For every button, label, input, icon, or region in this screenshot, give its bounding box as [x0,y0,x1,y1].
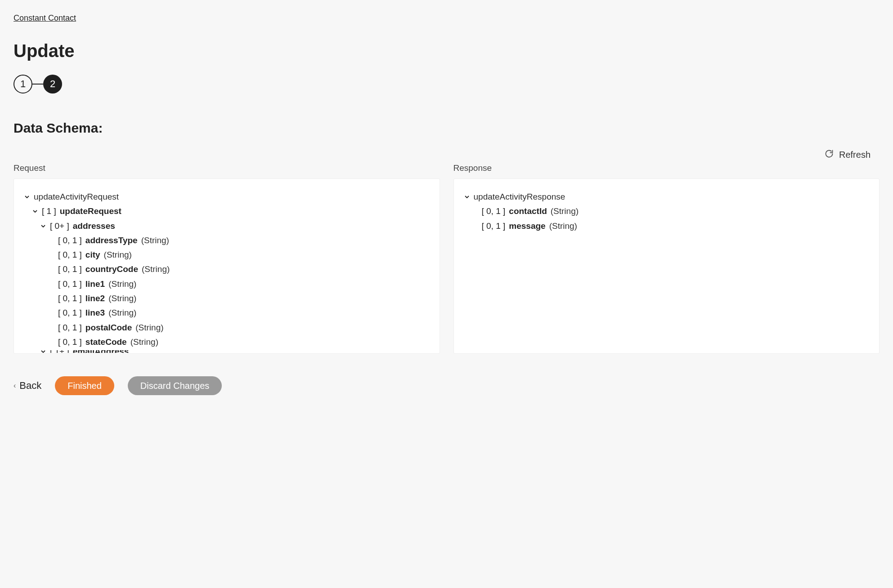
node-type: (String) [135,321,163,335]
node-cardinality: [ 0, 1 ] [482,204,506,218]
chevron-down-icon [40,350,46,353]
step-2[interactable]: 2 [43,75,62,94]
node-name: line2 [85,291,105,306]
node-cardinality: [ 1+ ] [50,350,69,353]
chevron-down-icon [32,209,38,214]
response-column: Response updateActivityResponse [ 0, 1 ]… [453,163,880,354]
chevron-left-icon: ‹ [13,382,16,390]
refresh-label: Refresh [839,150,871,160]
section-title: Data Schema: [13,120,880,136]
node-name: addressType [85,233,138,248]
discard-button[interactable]: Discard Changes [128,376,222,395]
tree-leaf[interactable]: [ 0, 1 ] stateCode (String) [24,335,430,349]
node-cardinality: [ 0, 1 ] [482,219,506,233]
tree-leaf[interactable]: [ 0, 1 ] addressType (String) [24,233,430,248]
node-cardinality: [ 1 ] [42,204,56,218]
back-button[interactable]: ‹ Back [13,380,41,392]
page-title: Update [13,41,880,61]
node-name: countryCode [85,262,138,276]
node-cardinality: [ 0, 1 ] [58,262,82,276]
node-name: contactId [509,204,547,218]
breadcrumb-link[interactable]: Constant Contact [13,13,76,22]
tree-leaf[interactable]: [ 0, 1 ] line2 (String) [24,291,430,306]
footer-actions: ‹ Back Finished Discard Changes [13,376,880,395]
node-cardinality: [ 0, 1 ] [58,277,82,291]
node-type: (String) [551,204,579,218]
node-type: (String) [108,291,136,306]
node-name: emailAddress [73,350,129,353]
node-type: (String) [104,248,132,262]
refresh-button[interactable]: Refresh [13,149,880,160]
request-column-label: Request [13,163,440,173]
response-column-label: Response [453,163,880,173]
node-cardinality: [ 0, 1 ] [58,306,82,320]
refresh-icon [825,149,834,160]
node-type: (String) [549,219,577,233]
node-type: (String) [141,233,169,248]
node-name: updateRequest [60,204,121,218]
node-cardinality: [ 0, 1 ] [58,233,82,248]
node-type: (String) [108,306,136,320]
node-label: updateActivityRequest [34,190,119,204]
tree-leaf[interactable]: [ 0, 1 ] line3 (String) [24,306,430,320]
node-name: stateCode [85,335,127,349]
node-name: message [509,219,545,233]
stepper: 1 2 [13,75,880,94]
tree-node-root[interactable]: updateActivityRequest [24,190,430,204]
back-label: Back [19,380,41,392]
tree-node-cutoff: [ 1+ ] emailAddress [24,350,430,353]
step-1[interactable]: 1 [13,75,32,94]
tree-leaf[interactable]: [ 0, 1 ] city (String) [24,248,430,262]
response-schema-box: updateActivityResponse [ 0, 1 ] contactI… [453,178,880,354]
tree-leaf[interactable]: [ 0, 1 ] contactId (String) [464,204,870,218]
tree-node-updateRequest[interactable]: [ 1 ] updateRequest [24,204,430,218]
tree-leaf[interactable]: [ 0, 1 ] line1 (String) [24,277,430,291]
node-cardinality: [ 0, 1 ] [58,291,82,306]
chevron-down-icon [40,223,46,229]
node-type: (String) [142,262,170,276]
node-name: addresses [73,219,115,233]
finished-button[interactable]: Finished [55,376,114,395]
tree-node-root[interactable]: updateActivityResponse [464,190,870,204]
tree-node-addresses[interactable]: [ 0+ ] addresses [24,219,430,233]
chevron-down-icon [24,194,30,200]
tree-leaf[interactable]: [ 0, 1 ] message (String) [464,219,870,233]
node-cardinality: [ 0, 1 ] [58,248,82,262]
chevron-down-icon [464,194,470,200]
tree-leaf[interactable]: [ 0, 1 ] postalCode (String) [24,321,430,335]
step-connector [32,84,43,85]
tree-leaf[interactable]: [ 0, 1 ] countryCode (String) [24,262,430,276]
node-type: (String) [108,277,136,291]
node-cardinality: [ 0, 1 ] [58,321,82,335]
node-cardinality: [ 0, 1 ] [58,335,82,349]
request-schema-box: updateActivityRequest [ 1 ] updateReques… [13,178,440,354]
node-name: city [85,248,100,262]
node-name: line1 [85,277,105,291]
node-name: line3 [85,306,105,320]
request-column: Request updateActivityRequest [ 1 ] upda… [13,163,440,354]
node-label: updateActivityResponse [474,190,565,204]
node-name: postalCode [85,321,132,335]
node-cardinality: [ 0+ ] [50,219,69,233]
node-type: (String) [130,335,158,349]
